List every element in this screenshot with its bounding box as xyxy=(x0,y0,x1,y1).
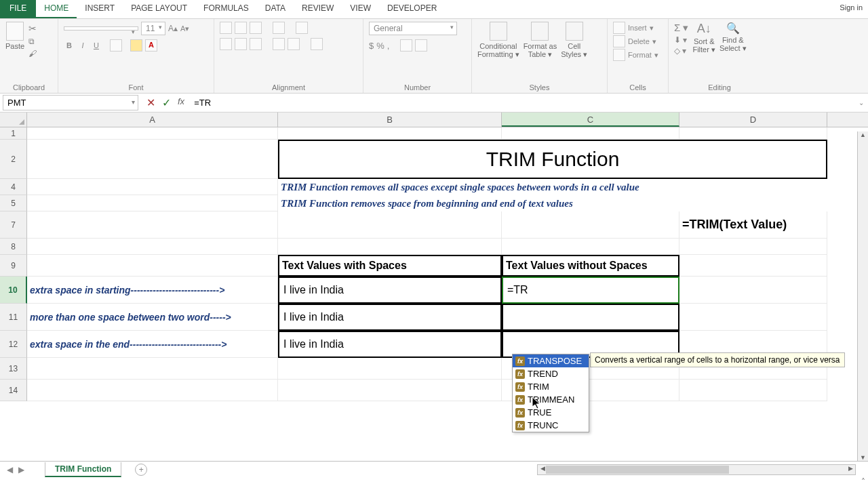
autosum-button[interactable]: Σ ▾ xyxy=(674,22,688,34)
sort-filter-button[interactable]: A↓ Sort &Filter ▾ xyxy=(692,22,715,54)
cell[interactable] xyxy=(27,140,278,179)
scrollbar-thumb[interactable] xyxy=(546,466,729,474)
row-header[interactable]: 9 xyxy=(0,255,27,277)
grow-font-icon[interactable]: A▴ xyxy=(168,24,178,33)
insert-cells-button[interactable]: Insert ▾ xyxy=(613,22,654,34)
cell[interactable] xyxy=(679,127,827,140)
tab-review[interactable]: REVIEW xyxy=(294,0,342,18)
align-left-button[interactable] xyxy=(220,38,232,50)
cell[interactable] xyxy=(502,239,679,255)
shrink-font-icon[interactable]: A▾ xyxy=(180,24,189,33)
tab-developer[interactable]: DEVELOPER xyxy=(379,0,445,18)
row-header[interactable]: 12 xyxy=(0,331,27,358)
row-header[interactable]: 14 xyxy=(0,380,27,401)
title-cell[interactable]: TRIM Function xyxy=(278,140,827,179)
scroll-up-icon[interactable]: ▲ xyxy=(858,131,868,141)
vertical-scrollbar[interactable]: ▲ ▼ xyxy=(857,131,868,464)
tab-insert[interactable]: INSERT xyxy=(77,0,123,18)
sheet-nav-next-icon[interactable]: ▶ xyxy=(18,465,24,474)
description-cell[interactable]: TRIM Function removes space from beginni… xyxy=(278,195,827,211)
col-header-d[interactable]: D xyxy=(679,113,827,127)
number-format-dropdown[interactable]: General xyxy=(369,22,457,35)
formula-input[interactable]: =TR xyxy=(190,96,854,110)
cell[interactable] xyxy=(27,211,278,239)
copy-icon[interactable]: ⧉ xyxy=(28,37,37,46)
row-header[interactable]: 7 xyxy=(0,211,27,239)
comma-format-button[interactable]: , xyxy=(387,41,390,51)
enter-formula-icon[interactable]: ✓ xyxy=(162,96,171,109)
select-all-button[interactable] xyxy=(0,113,27,127)
autocomplete-item[interactable]: fxTRUNC xyxy=(513,419,589,432)
label-cell[interactable]: extra space in the end------------------… xyxy=(27,331,278,358)
paste-button[interactable]: Paste xyxy=(5,22,24,50)
sign-in-link[interactable]: Sign in xyxy=(834,0,868,18)
tab-home[interactable]: HOME xyxy=(36,0,77,18)
clear-button[interactable]: ◇ ▾ xyxy=(674,46,688,56)
cell[interactable] xyxy=(27,195,278,211)
fill-button[interactable]: ⬇ ▾ xyxy=(674,35,688,45)
active-cell[interactable]: =TR xyxy=(502,277,679,304)
find-select-button[interactable]: 🔍 Find &Select ▾ xyxy=(719,22,747,53)
cancel-formula-icon[interactable]: ✕ xyxy=(146,96,155,109)
cell[interactable] xyxy=(679,304,827,331)
data-cell[interactable]: I live in India xyxy=(278,331,502,358)
percent-format-button[interactable]: % xyxy=(376,41,384,51)
merge-center-button[interactable] xyxy=(311,38,323,50)
label-cell[interactable]: extra space in starting-----------------… xyxy=(27,277,278,304)
cell[interactable] xyxy=(27,255,278,277)
cell[interactable] xyxy=(679,239,827,255)
align-middle-button[interactable] xyxy=(235,22,247,34)
cell[interactable] xyxy=(27,179,278,195)
increase-indent-button[interactable] xyxy=(288,38,300,50)
cell[interactable] xyxy=(679,255,827,277)
decrease-decimal-button[interactable] xyxy=(415,39,427,52)
row-header[interactable]: 1 xyxy=(0,127,27,140)
cell[interactable] xyxy=(278,127,502,140)
format-painter-icon[interactable]: 🖌 xyxy=(28,49,37,58)
sheet-tab[interactable]: TRIM Function xyxy=(45,462,121,477)
align-right-button[interactable] xyxy=(250,38,262,50)
row-header[interactable]: 4 xyxy=(0,179,27,195)
autocomplete-item[interactable]: fxTREND xyxy=(513,367,589,380)
horizontal-scrollbar[interactable]: ◀ ▶ xyxy=(537,464,856,475)
tab-data[interactable]: DATA xyxy=(257,0,294,18)
syntax-cell[interactable]: =TRIM(Text Value) xyxy=(679,211,827,239)
data-cell[interactable] xyxy=(502,304,679,331)
accounting-format-button[interactable]: $ xyxy=(369,41,374,51)
header-cell[interactable]: Text Values with Spaces xyxy=(278,255,502,277)
cell[interactable] xyxy=(679,277,827,304)
align-center-button[interactable] xyxy=(235,38,247,50)
cut-icon[interactable]: ✂ xyxy=(28,23,37,34)
row-header[interactable]: 10 xyxy=(0,277,27,304)
cell[interactable] xyxy=(679,380,827,401)
cell[interactable] xyxy=(27,380,278,401)
row-header[interactable]: 8 xyxy=(0,239,27,255)
cell-styles-button[interactable]: CellStyles ▾ xyxy=(561,22,587,59)
cell[interactable] xyxy=(278,358,502,380)
row-header[interactable]: 2 xyxy=(0,140,27,179)
header-cell[interactable]: Text Values without Spaces xyxy=(502,255,679,277)
autocomplete-item[interactable]: fxTRANSPOSE xyxy=(513,354,589,367)
cell[interactable] xyxy=(502,211,679,239)
align-bottom-button[interactable] xyxy=(250,22,262,34)
format-cells-button[interactable]: Format ▾ xyxy=(613,49,658,61)
font-family-dropdown[interactable] xyxy=(64,26,138,30)
col-header-a[interactable]: A xyxy=(27,113,278,127)
fill-color-button[interactable] xyxy=(130,39,142,52)
delete-cells-button[interactable]: Delete ▾ xyxy=(613,35,656,47)
cell[interactable] xyxy=(27,127,278,140)
bold-button[interactable]: B xyxy=(64,41,75,49)
cell[interactable] xyxy=(278,211,502,239)
format-as-table-button[interactable]: Format asTable ▾ xyxy=(524,22,557,59)
cell[interactable] xyxy=(278,239,502,255)
label-cell[interactable]: more than one space between two word----… xyxy=(27,304,278,331)
align-top-button[interactable] xyxy=(220,22,232,34)
scroll-right-icon[interactable]: ▶ xyxy=(846,465,855,474)
cell[interactable] xyxy=(27,358,278,380)
sheet-nav-prev-icon[interactable]: ◀ xyxy=(7,465,13,474)
borders-button[interactable] xyxy=(110,39,122,52)
col-header-c[interactable]: C xyxy=(502,113,679,127)
decrease-indent-button[interactable] xyxy=(273,38,285,50)
autocomplete-item[interactable]: fxTRIMMEAN xyxy=(513,393,589,406)
file-tab[interactable]: FILE xyxy=(0,0,36,18)
